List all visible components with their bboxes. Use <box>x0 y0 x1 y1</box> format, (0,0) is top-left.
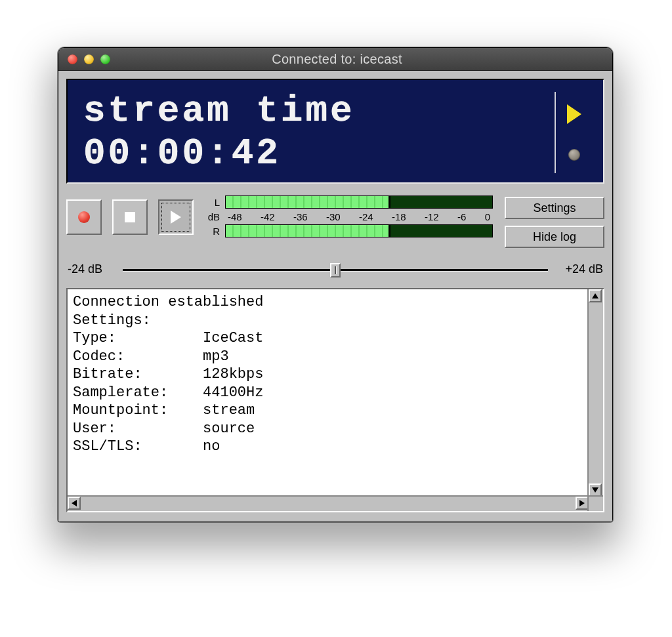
gain-slider[interactable] <box>123 263 548 276</box>
stop-icon <box>125 212 135 222</box>
chevron-up-icon <box>592 293 598 298</box>
horizontal-scrollbar[interactable] <box>68 495 589 511</box>
transport-controls <box>66 195 194 235</box>
meter-db-label: dB <box>205 211 221 222</box>
side-buttons: Settings Hide log <box>505 195 604 248</box>
slider-thumb[interactable] <box>330 263 341 277</box>
zoom-icon[interactable] <box>100 54 110 64</box>
app-window: Connected to: icecast stream time 00:00:… <box>58 47 613 522</box>
hide-log-button[interactable]: Hide log <box>505 226 604 248</box>
minimize-icon[interactable] <box>84 54 94 64</box>
play-icon <box>171 211 181 224</box>
scale-tick: -6 <box>457 211 466 222</box>
scroll-down-button[interactable] <box>589 483 602 497</box>
meter-left-label: L <box>205 197 221 208</box>
gain-slider-row: -24 dB +24 dB <box>68 262 603 276</box>
scroll-up-button[interactable] <box>589 289 602 302</box>
level-meter: L dB -48 -42 -36 -30 -24 -18 -12 -6 0 R <box>205 195 493 237</box>
titlebar[interactable]: Connected to: icecast <box>58 48 612 71</box>
scale-tick: -48 <box>228 211 242 222</box>
record-icon <box>78 211 90 223</box>
meter-scale: -48 -42 -36 -30 -24 -18 -12 -6 0 <box>225 211 493 222</box>
stop-button[interactable] <box>112 199 148 235</box>
window-controls <box>68 54 110 64</box>
scale-tick: -30 <box>326 211 341 222</box>
window-title: Connected to: icecast <box>110 52 603 67</box>
settings-button[interactable]: Settings <box>505 197 604 219</box>
scale-tick: -18 <box>392 211 406 222</box>
scroll-left-button[interactable] <box>68 497 81 510</box>
play-button[interactable] <box>158 199 194 235</box>
close-icon[interactable] <box>68 54 77 64</box>
recording-indicator-icon <box>568 149 580 161</box>
lcd-text: stream time 00:00:42 <box>83 92 549 173</box>
scale-tick: -36 <box>293 211 308 222</box>
scale-tick: -24 <box>359 211 373 222</box>
playing-indicator-icon <box>567 104 581 124</box>
lcd-display: stream time 00:00:42 <box>66 79 604 184</box>
scale-tick: -12 <box>425 211 439 222</box>
chevron-right-icon <box>579 500 585 506</box>
scale-tick: 0 <box>485 211 490 222</box>
log-panel: Connection established Settings: Type: I… <box>66 288 604 512</box>
lcd-side-indicators <box>555 92 593 173</box>
scroll-right-button[interactable] <box>576 497 589 510</box>
meter-left-bar <box>225 195 493 209</box>
scroll-corner <box>587 495 603 511</box>
lcd-line-label: stream time <box>83 92 549 131</box>
meter-right-label: R <box>205 226 221 237</box>
lcd-line-time: 00:00:42 <box>83 134 549 173</box>
vertical-scrollbar[interactable] <box>587 289 603 497</box>
chevron-left-icon <box>72 500 77 506</box>
scale-tick: -42 <box>261 211 275 222</box>
log-text[interactable]: Connection established Settings: Type: I… <box>68 289 589 460</box>
gain-max-label: +24 dB <box>557 262 603 276</box>
gain-min-label: -24 dB <box>68 262 114 276</box>
chevron-down-icon <box>592 487 598 493</box>
record-button[interactable] <box>66 199 102 235</box>
window-body: stream time 00:00:42 L <box>58 71 612 522</box>
meter-right-bar <box>225 224 493 237</box>
